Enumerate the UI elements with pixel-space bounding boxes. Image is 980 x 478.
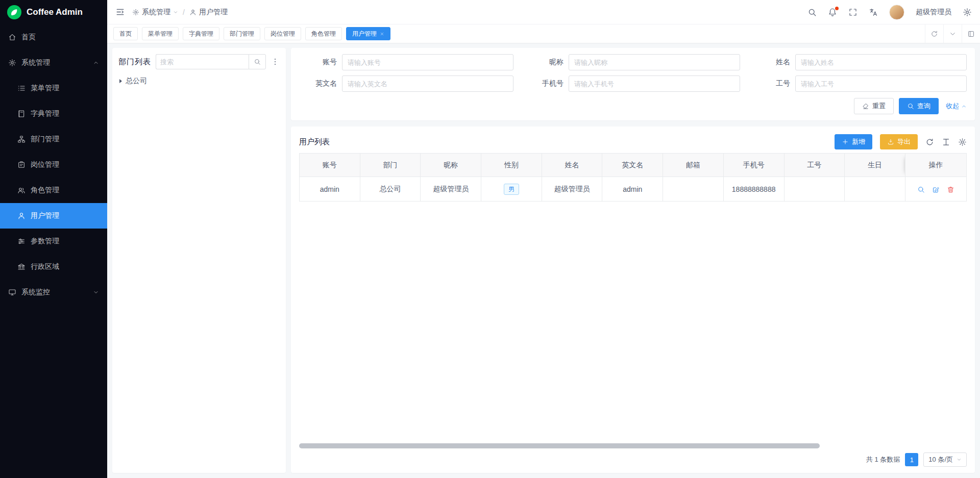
user-list-tools: 新增 导出 (835, 134, 967, 149)
sidebar-item-dept-mgmt[interactable]: 部门管理 (0, 127, 107, 152)
sidebar-item-home[interactable]: 首页 (0, 24, 107, 50)
main-area: 系统管理 用户管理 超级管理员 (107, 0, 980, 478)
tabs-refresh-button[interactable] (925, 24, 943, 43)
dept-search-button[interactable] (249, 54, 266, 69)
home-icon (8, 33, 16, 41)
chevron-down-icon (957, 457, 962, 462)
app-logo: Coffee Admin (0, 0, 107, 24)
username[interactable]: 超级管理员 (916, 8, 951, 17)
gear-icon (8, 59, 16, 67)
sidebar-item-system-mgmt[interactable]: 系统管理 (0, 50, 107, 76)
en-name-input[interactable] (342, 76, 513, 92)
cell-nickname: 超级管理员 (421, 177, 481, 202)
sidebar-item-system-monitor[interactable]: 系统监控 (0, 280, 107, 305)
column-settings-gear-icon[interactable] (958, 138, 967, 146)
topbar-actions: 超级管理员 (807, 5, 972, 20)
sidebar-item-menu-mgmt[interactable]: 菜单管理 (0, 76, 107, 101)
col-header-dept: 部门 (360, 154, 421, 177)
tabs-dropdown-button[interactable] (943, 24, 962, 43)
sidebar-item-post-mgmt[interactable]: 岗位管理 (0, 152, 107, 178)
org-tree-icon (17, 135, 26, 143)
breadcrumb-item-system[interactable]: 系统管理 (132, 8, 178, 17)
tab-role-mgmt[interactable]: 角色管理 (305, 27, 342, 40)
field-label: 手机号 (526, 79, 569, 88)
sidebar-item-user-mgmt[interactable]: 用户管理 (0, 203, 107, 229)
sidebar-item-role-mgmt[interactable]: 角色管理 (0, 178, 107, 203)
sidebar-item-label: 参数管理 (31, 237, 59, 246)
collapse-toggle[interactable]: 收起 (946, 102, 967, 111)
col-header-birthday: 生日 (845, 154, 905, 177)
col-header-account: 账号 (300, 154, 360, 177)
coffee-logo-icon (7, 5, 21, 19)
vertical-dots-icon (271, 58, 279, 66)
tab-user-mgmt[interactable]: 用户管理 (346, 27, 390, 40)
breadcrumb-label: 系统管理 (142, 8, 170, 17)
sidebar-item-param-mgmt[interactable]: 参数管理 (0, 229, 107, 254)
notification-bell-button[interactable] (828, 8, 837, 17)
reset-button[interactable]: 重置 (854, 98, 894, 114)
monitor-icon (8, 288, 16, 296)
tab-label: 岗位管理 (271, 30, 295, 38)
field-label: 账号 (299, 58, 342, 67)
chevron-up-icon (961, 104, 967, 109)
dept-search-input[interactable] (156, 54, 249, 69)
tab-dept-mgmt[interactable]: 部门管理 (224, 27, 260, 40)
download-icon (887, 138, 894, 145)
pagination-page-1[interactable]: 1 (905, 453, 918, 466)
collapse-label: 收起 (946, 102, 959, 111)
scrollbar-thumb[interactable] (299, 443, 820, 448)
fullscreen-icon[interactable] (848, 8, 857, 17)
cell-actions (905, 177, 967, 202)
translate-icon[interactable] (869, 8, 878, 17)
search-icon[interactable] (807, 8, 817, 17)
sidebar-item-region[interactable]: 行政区域 (0, 254, 107, 280)
delete-icon[interactable] (947, 186, 954, 193)
tab-dict-mgmt[interactable]: 字典管理 (183, 27, 219, 40)
refresh-icon[interactable] (925, 138, 934, 146)
sidebar-item-label: 用户管理 (31, 211, 59, 220)
row-height-icon[interactable] (942, 138, 950, 146)
query-button[interactable]: 查询 (899, 98, 939, 114)
work-no-input[interactable] (795, 76, 967, 92)
name-input[interactable] (795, 54, 967, 70)
user-icon (17, 212, 26, 220)
col-header-work-no: 工号 (784, 154, 845, 177)
tab-label: 首页 (119, 30, 132, 38)
tab-post-mgmt[interactable]: 岗位管理 (264, 27, 301, 40)
user-table: 账号 部门 昵称 性别 姓名 英文名 邮箱 手机号 工号 生日 操作 (299, 153, 967, 202)
notification-dot (835, 7, 839, 10)
user-list-title: 用户列表 (299, 137, 330, 147)
edit-icon[interactable] (932, 186, 940, 193)
view-icon[interactable] (917, 186, 925, 193)
horizontal-scrollbar (299, 443, 967, 448)
add-button-label: 新增 (852, 137, 865, 146)
page-size-select[interactable]: 10 条/页 (923, 452, 967, 467)
close-icon[interactable] (380, 32, 384, 36)
sidebar-item-label: 角色管理 (31, 186, 59, 195)
topbar: 系统管理 用户管理 超级管理员 (107, 0, 980, 24)
field-account: 账号 (299, 54, 513, 70)
settings-gear-icon[interactable] (963, 8, 972, 17)
tab-home[interactable]: 首页 (113, 27, 138, 40)
nickname-input[interactable] (569, 54, 740, 70)
phone-input[interactable] (569, 76, 740, 92)
caret-right-icon[interactable] (119, 79, 122, 83)
add-button[interactable]: 新增 (835, 134, 872, 149)
account-input[interactable] (342, 54, 513, 70)
dept-panel-header: 部门列表 (118, 54, 280, 69)
dept-more-button[interactable] (271, 58, 280, 66)
sidebar-item-label: 系统管理 (21, 58, 50, 67)
tabs-layout-button[interactable] (962, 24, 980, 43)
menu-fold-icon[interactable] (115, 7, 125, 17)
export-button[interactable]: 导出 (880, 134, 918, 149)
chevron-down-icon (93, 289, 99, 295)
sidebar-item-label: 字典管理 (31, 109, 59, 118)
sidebar-submenu-system: 菜单管理 字典管理 部门管理 岗位管理 角色管理 (0, 76, 107, 280)
breadcrumb-separator (183, 8, 185, 16)
avatar[interactable] (889, 5, 904, 20)
field-phone: 手机号 (526, 76, 740, 92)
sidebar-item-dict-mgmt[interactable]: 字典管理 (0, 101, 107, 127)
tab-menu-mgmt[interactable]: 菜单管理 (142, 27, 179, 40)
eraser-icon (862, 103, 869, 110)
tree-node-head-office[interactable]: 总公司 (118, 76, 280, 86)
